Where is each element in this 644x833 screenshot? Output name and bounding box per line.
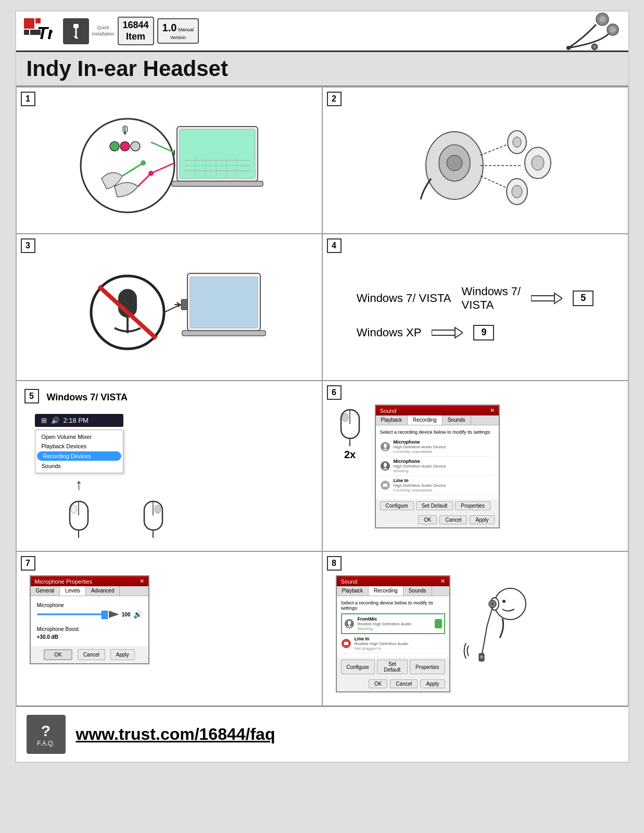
- step-5-label: Windows 7/ VISTA: [47, 392, 128, 403]
- step-1-content: 🎙: [24, 95, 314, 225]
- svg-point-87: [502, 600, 506, 603]
- up-arrow-icon: ↑: [75, 476, 83, 494]
- svg-rect-77: [384, 463, 387, 467]
- set-default-btn-8[interactable]: Set Default: [377, 660, 408, 674]
- step-7-number: 7: [21, 556, 35, 571]
- apply-btn-8[interactable]: Apply: [420, 679, 445, 688]
- step-3-content: [24, 242, 314, 372]
- winxp-arrow: [432, 325, 463, 340]
- apply-btn-6[interactable]: Apply: [470, 515, 494, 524]
- configure-btn-8[interactable]: Configure: [341, 660, 375, 674]
- cancel-btn-8[interactable]: Cancel: [390, 679, 418, 688]
- win7-label: Windows 7/ VISTA: [357, 292, 451, 305]
- winxp-label: Windows XP: [357, 326, 422, 339]
- trust-logo: Trust: [24, 18, 53, 44]
- tab-advanced-7[interactable]: Advanced: [86, 586, 120, 596]
- apply-btn-7[interactable]: Apply: [110, 649, 135, 660]
- mic-boost-value: +30.0 dB: [37, 634, 142, 640]
- earphone-image: [553, 11, 621, 58]
- step-8-content: Sound ✕ Playback Recording Sounds Select…: [331, 560, 620, 698]
- step-1-illustration: 🎙: [70, 111, 268, 220]
- ok-btn-6[interactable]: OK: [418, 515, 437, 524]
- step-8-number: 8: [327, 556, 342, 571]
- sound-dialog-footer-6: OK Cancel Apply: [376, 512, 499, 527]
- svg-line-50: [481, 176, 507, 188]
- ok-btn-8[interactable]: OK: [369, 679, 387, 688]
- device-row-linein-8: Line In Realtek High Definition Audio No…: [341, 634, 445, 653]
- tab-recording-6[interactable]: Recording: [408, 415, 443, 425]
- cancel-btn-6[interactable]: Cancel: [439, 515, 467, 524]
- svg-point-91: [480, 655, 483, 659]
- step-2-cell: 2: [322, 87, 628, 234]
- winxp-row: Windows XP 9: [357, 325, 594, 340]
- win7-step-box: 5: [573, 291, 594, 306]
- mic-slider[interactable]: [37, 613, 106, 615]
- win7-arrow: [531, 291, 562, 306]
- cancel-btn-7[interactable]: Cancel: [78, 649, 105, 660]
- properties-btn-8[interactable]: Properties: [410, 660, 445, 674]
- mouse-double-click-icon: [336, 405, 364, 446]
- svg-rect-63: [432, 330, 455, 335]
- device-row-2: Microphone High Definition Audio Device …: [380, 457, 495, 476]
- svg-point-43: [513, 137, 521, 147]
- person-earphone-illustration: [458, 575, 536, 679]
- tab-playback-6[interactable]: Playback: [376, 415, 408, 425]
- mic-mute-icon[interactable]: 🔊: [133, 610, 142, 619]
- svg-rect-55: [182, 331, 266, 336]
- tab-playback-8[interactable]: Playback: [337, 586, 369, 596]
- tab-recording-8[interactable]: Recording: [369, 586, 403, 596]
- double-click-label: 2x: [344, 449, 356, 461]
- faq-label: F.A.Q.: [37, 740, 54, 747]
- product-image: [550, 14, 623, 56]
- svg-point-70: [155, 505, 161, 513]
- tab-levels-7[interactable]: Levels: [60, 586, 86, 596]
- properties-btn-6[interactable]: Properties: [455, 501, 490, 510]
- sound-dialog-footer-8: OK Cancel Apply: [337, 676, 449, 691]
- sound-dialog-actions-6: Configure Set Default Properties: [376, 499, 499, 512]
- svg-marker-80: [109, 611, 119, 618]
- sound-dialog-body-8: Select a recording device below to modif…: [337, 596, 449, 658]
- sound-dialog-titlebar-8: Sound ✕: [337, 576, 449, 586]
- winxp-step-box: 9: [473, 325, 494, 340]
- taskbar-bar: ⊞ 🔊 2:18 PM: [35, 414, 123, 427]
- header-badges: Quick Installation 16844 Item 1.0 Manual…: [63, 17, 199, 45]
- configure-btn-6[interactable]: Configure: [380, 501, 414, 510]
- mic-dialog-tabs: General Levels Advanced: [31, 586, 148, 596]
- step-1-number: 1: [21, 92, 35, 106]
- double-click-group: 2x: [336, 405, 364, 461]
- taskbar-group: ⊞ 🔊 2:18 PM Open Volume Mixer Playback D…: [35, 414, 123, 538]
- svg-point-73: [342, 413, 348, 422]
- svg-point-11: [610, 27, 616, 33]
- svg-rect-61: [531, 296, 554, 301]
- svg-rect-26: [172, 181, 263, 186]
- header: Trust Quick Installation 16844 Item 1.: [16, 11, 628, 52]
- mic-level-row: Microphone: [37, 602, 142, 619]
- active-indicator: [435, 619, 442, 628]
- version-badge: 1.0 Manual Version: [157, 18, 199, 44]
- ok-btn-7[interactable]: OK: [44, 649, 72, 660]
- svg-point-12: [566, 46, 571, 50]
- step-4-number: 4: [327, 238, 342, 253]
- sound-dialog-6: Sound ✕ Playback Recording Sounds Select…: [375, 405, 500, 528]
- linein-icon-8: [341, 638, 351, 649]
- menu-open-mixer: Open Volume Mixer: [35, 432, 123, 441]
- faq-url[interactable]: www.trust.com/16844/faq: [76, 725, 275, 744]
- step-3-number: 3: [21, 238, 35, 253]
- device-row-3: Line In High Definition Audio Device Cur…: [380, 476, 495, 495]
- tab-sounds-8[interactable]: Sounds: [403, 586, 432, 596]
- tab-sounds-6[interactable]: Sounds: [443, 415, 471, 425]
- mic-value: 100: [122, 612, 131, 617]
- sound-dialog-desc-6: Select a recording device below to modif…: [380, 430, 495, 435]
- tool-badge: [63, 18, 89, 44]
- set-default-btn-6[interactable]: Set Default: [416, 501, 453, 510]
- step-7-content: Microphone Properties ✕ General Levels A…: [24, 560, 314, 670]
- taskbar-time: 2:18 PM: [64, 416, 89, 424]
- step-2-illustration: [376, 111, 574, 220]
- tab-general-7[interactable]: General: [31, 586, 60, 596]
- svg-marker-64: [455, 327, 463, 338]
- device-row-frontmic: FrontMic Realtek High Definition Audio W…: [341, 613, 445, 634]
- step-5-cell: 5 Windows 7/ VISTA ⊞ 🔊 2:18 PM Open Volu…: [16, 381, 322, 551]
- svg-marker-62: [554, 293, 562, 304]
- mic-dialog-titlebar: Microphone Properties ✕: [31, 576, 148, 586]
- step-5-number: 5: [24, 389, 39, 403]
